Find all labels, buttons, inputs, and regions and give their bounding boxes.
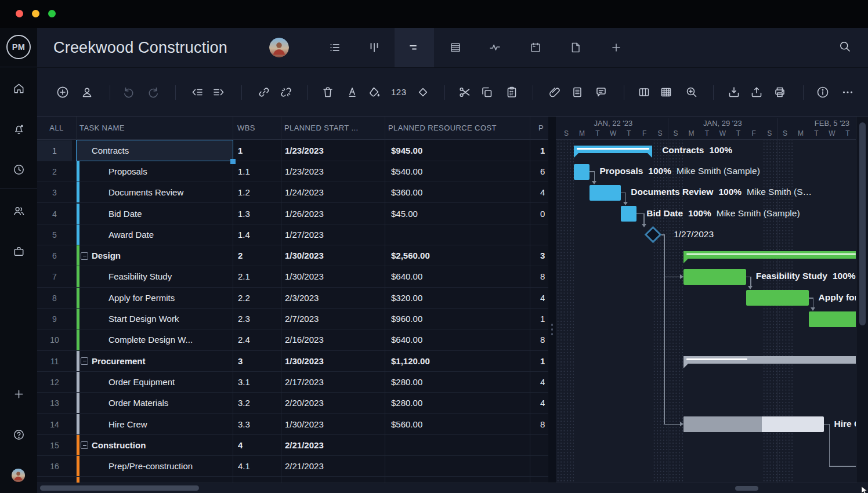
- task-bar[interactable]: [809, 311, 856, 327]
- toolbar-number-format[interactable]: 123: [391, 87, 407, 97]
- task-bar[interactable]: [589, 185, 621, 201]
- toolbar-fill-color-icon[interactable]: [363, 81, 385, 103]
- toolbar-columns-icon[interactable]: [633, 81, 655, 103]
- row-number[interactable]: 9: [37, 309, 72, 329]
- maximize-window-button[interactable]: [48, 10, 56, 17]
- collapse-icon[interactable]: [81, 441, 88, 449]
- table-row[interactable]: 12Order Equipment3.12/17/2023$280.004: [37, 372, 548, 393]
- toolbar-redo-icon[interactable]: [142, 81, 164, 103]
- column-header-all[interactable]: ALL: [37, 117, 76, 140]
- collapse-icon[interactable]: [81, 252, 88, 260]
- row-number[interactable]: 5: [37, 224, 72, 245]
- task-bar[interactable]: [621, 206, 636, 222]
- row-number[interactable]: 6: [37, 245, 72, 266]
- toolbar-comment-icon[interactable]: [590, 81, 612, 103]
- tab-sheet-tab-icon[interactable]: [436, 28, 475, 67]
- pm-logo[interactable]: PM: [6, 35, 31, 59]
- task-bar[interactable]: [683, 416, 824, 432]
- tab-gantt-tab-icon[interactable]: [395, 28, 434, 67]
- table-row[interactable]: 11Procurement31/30/2023$1,120.001: [37, 351, 548, 372]
- toolbar-attachment-icon[interactable]: [544, 81, 566, 103]
- table-row[interactable]: 9Start Design Work2.32/7/2023$960.001: [37, 309, 548, 329]
- toolbar-outdent-icon[interactable]: [186, 81, 208, 103]
- gantt-horizontal-scrollbar-thumb[interactable]: [735, 486, 758, 491]
- search-icon[interactable]: [838, 39, 854, 56]
- sidebar-help-icon[interactable]: [10, 426, 27, 443]
- table-row[interactable]: 5Award Date1.41/27/2023: [37, 224, 548, 245]
- sidebar-user-avatar[interactable]: [9, 466, 27, 484]
- row-number[interactable]: 10: [37, 329, 72, 350]
- row-number[interactable]: 1: [37, 140, 72, 161]
- toolbar-info-icon[interactable]: [812, 81, 834, 103]
- toolbar-more-icon[interactable]: [837, 81, 859, 103]
- close-window-button[interactable]: [16, 10, 23, 17]
- toolbar-print-icon[interactable]: [769, 81, 791, 103]
- tab-add-tab-icon[interactable]: [596, 28, 636, 67]
- toolbar-underline-icon[interactable]: [341, 81, 363, 103]
- table-row[interactable]: 13Order Materials3.22/20/2023$280.004: [37, 393, 548, 414]
- tab-activity-tab-icon[interactable]: [475, 28, 515, 67]
- task-bar[interactable]: [746, 290, 809, 306]
- row-number[interactable]: 15: [37, 435, 72, 456]
- sidebar-clock-icon[interactable]: [10, 161, 27, 178]
- summary-bar[interactable]: [683, 251, 856, 259]
- table-row[interactable]: 2Proposals1.11/23/2023$540.006: [37, 161, 548, 182]
- row-number[interactable]: 8: [37, 288, 72, 309]
- project-avatar[interactable]: [269, 38, 289, 57]
- toolbar-copy-icon[interactable]: [476, 81, 498, 103]
- toolbar-indent-icon[interactable]: [208, 81, 230, 103]
- row-number[interactable]: 14: [37, 414, 72, 435]
- toolbar-assign-user-icon[interactable]: [76, 81, 98, 103]
- toolbar-import-icon[interactable]: [723, 81, 745, 103]
- toolbar-paste-icon[interactable]: [501, 81, 523, 103]
- row-number[interactable]: 3: [37, 182, 72, 203]
- column-header[interactable]: TASK NAME: [79, 117, 125, 140]
- toolbar-cut-icon[interactable]: [454, 81, 476, 103]
- tab-file-tab-icon[interactable]: [556, 28, 595, 67]
- row-number[interactable]: 11: [37, 351, 72, 372]
- summary-bar[interactable]: [574, 146, 652, 153]
- table-row[interactable]: 8Apply for Permits2.22/3/2023$320.004: [37, 288, 548, 309]
- row-number[interactable]: 4: [37, 204, 72, 224]
- panel-splitter[interactable]: [548, 117, 556, 483]
- table-row[interactable]: 3Documents Review1.21/24/2023$360.004: [37, 182, 548, 203]
- sidebar-bell-icon[interactable]: [10, 120, 27, 137]
- row-number[interactable]: 7: [37, 266, 72, 287]
- selected-cell-text[interactable]: Contracts: [92, 140, 129, 161]
- tab-list-tab-icon[interactable]: [315, 28, 355, 67]
- toolbar-grid-icon[interactable]: [655, 81, 677, 103]
- column-header[interactable]: P: [538, 117, 544, 140]
- table-row[interactable]: 10Complete Design W...2.42/16/2023$640.0…: [37, 329, 548, 350]
- tab-calendar-tab-icon[interactable]: [516, 28, 555, 67]
- sidebar-home-icon[interactable]: [10, 79, 27, 97]
- task-bar[interactable]: [574, 164, 589, 180]
- column-header[interactable]: PLANNED RESOURCE COST: [388, 117, 497, 140]
- toolbar-zoom-in-icon[interactable]: [681, 81, 703, 103]
- toolbar-undo-icon[interactable]: [118, 81, 140, 103]
- row-number[interactable]: 13: [37, 393, 72, 414]
- toolbar-delete-icon[interactable]: [317, 81, 339, 103]
- column-header[interactable]: PLANNED START ...: [284, 117, 358, 140]
- row-number[interactable]: 12: [37, 372, 72, 393]
- row-number[interactable]: 16: [37, 456, 72, 477]
- table-row[interactable]: 7Feasibility Study2.11/30/2023$640.008: [37, 266, 548, 287]
- column-header[interactable]: WBS: [237, 117, 255, 140]
- toolbar-link-tasks-icon[interactable]: [253, 81, 275, 103]
- toolbar-export-icon[interactable]: [746, 81, 768, 103]
- gantt-vertical-scrollbar-thumb[interactable]: [859, 122, 866, 325]
- collapse-icon[interactable]: [81, 357, 88, 365]
- toolbar-notes-icon[interactable]: [566, 81, 588, 103]
- table-row[interactable]: 6Design21/30/2023$2,560.003: [37, 245, 548, 266]
- toolbar-milestone-icon[interactable]: [412, 81, 434, 103]
- toolbar-unlink-tasks-icon[interactable]: [275, 81, 297, 103]
- table-row[interactable]: 14Hire Crew3.31/30/2023$560.008: [37, 414, 548, 435]
- toolbar-add-task-icon[interactable]: [52, 81, 74, 103]
- sidebar-users-icon[interactable]: [10, 202, 27, 219]
- table-row[interactable]: 16Prep/Pre-construction4.12/21/2023: [37, 456, 548, 477]
- summary-bar[interactable]: [683, 356, 856, 364]
- row-number[interactable]: 2: [37, 161, 72, 182]
- table-horizontal-scrollbar-thumb[interactable]: [40, 485, 199, 491]
- selection-fill-handle[interactable]: [230, 159, 236, 164]
- sidebar-briefcase-icon[interactable]: [10, 242, 27, 260]
- minimize-window-button[interactable]: [32, 10, 39, 17]
